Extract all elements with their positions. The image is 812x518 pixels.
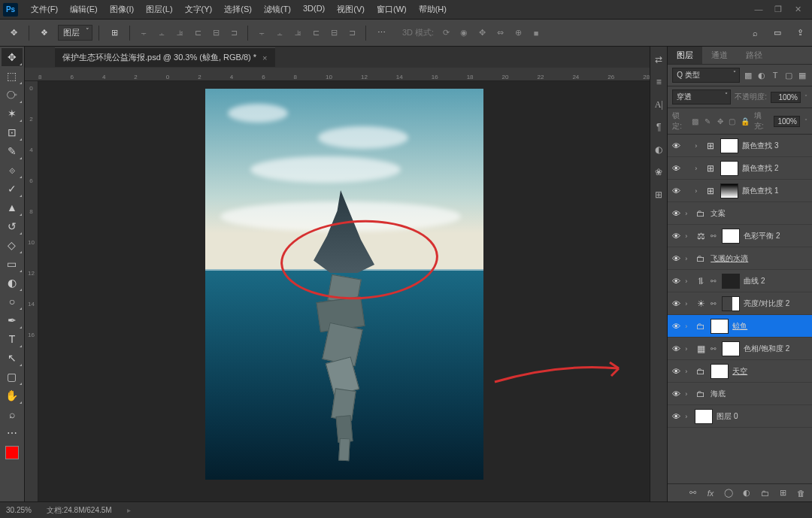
align-bottom-icon[interactable]: ⫡: [172, 26, 187, 41]
expand-icon[interactable]: ›: [685, 368, 691, 375]
menu-image[interactable]: 图像(I): [105, 2, 139, 17]
mask-thumb[interactable]: [720, 161, 738, 176]
layer-name[interactable]: 鲸鱼: [732, 321, 809, 332]
visibility-icon[interactable]: 👁: [671, 367, 681, 376]
blur-tool[interactable]: ◐: [2, 274, 23, 292]
visibility-icon[interactable]: 👁: [671, 164, 681, 173]
adjustment-icon[interactable]: ◐: [741, 488, 752, 498]
group-icon[interactable]: 🗀: [759, 488, 770, 498]
layer-name[interactable]: 海底: [710, 389, 809, 399]
align-left-icon[interactable]: ⊏: [190, 26, 205, 41]
auto-select-icon[interactable]: ❖: [35, 24, 53, 42]
document-tab[interactable]: 保护生态环境公益海报.psd @ 30.3% (鲸鱼, RGB/8) * ×: [55, 47, 275, 67]
healing-tool[interactable]: ⟐: [2, 161, 23, 179]
tab-close-icon[interactable]: ×: [262, 53, 267, 62]
doc-size[interactable]: 文档:24.8M/624.5M: [47, 505, 112, 516]
lock-pos-icon[interactable]: ✎: [704, 117, 711, 126]
visibility-icon[interactable]: 👁: [671, 254, 681, 263]
layer-row[interactable]: 👁›🗀文案: [668, 202, 812, 225]
filter-pixel-icon[interactable]: ▩: [743, 70, 753, 80]
layer-name[interactable]: 颜色查找 2: [742, 163, 809, 174]
expand-icon[interactable]: ›: [685, 413, 691, 420]
swatches-icon[interactable]: ⊞: [652, 188, 665, 201]
layer-row[interactable]: 👁›⊞颜色查找 2: [668, 157, 812, 180]
mask-thumb[interactable]: [722, 229, 740, 244]
delete-layer-icon[interactable]: 🗑: [795, 488, 806, 498]
brush-tool[interactable]: ✓: [2, 180, 23, 198]
color-swatches[interactable]: [5, 446, 19, 459]
layer-name[interactable]: 色彩平衡 2: [744, 231, 809, 241]
overflow-icon[interactable]: ⋯: [372, 24, 390, 42]
zoom-level[interactable]: 30.25%: [6, 506, 32, 514]
mask-thumb[interactable]: [722, 341, 740, 356]
layer-name[interactable]: 图层 0: [717, 411, 809, 422]
layer-row[interactable]: 👁›⊞颜色查找 1: [668, 180, 812, 202]
magic-wand-tool[interactable]: ✶: [2, 105, 23, 123]
search-icon[interactable]: ⌕: [747, 26, 762, 41]
visibility-icon[interactable]: 👁: [671, 299, 681, 308]
mask-thumb[interactable]: [710, 364, 729, 379]
layer-thumb[interactable]: [695, 409, 713, 424]
align-hcenter-icon[interactable]: ⊟: [208, 26, 223, 41]
canvas[interactable]: [205, 89, 483, 480]
link-layers-icon[interactable]: ⚯: [687, 488, 698, 498]
layer-row[interactable]: 👁›🗀鲸鱼: [668, 315, 812, 338]
eraser-tool[interactable]: ◇: [2, 236, 23, 254]
expand-icon[interactable]: ›: [685, 210, 691, 217]
menu-window[interactable]: 窗口(W): [371, 2, 412, 17]
hand-tool[interactable]: ✋: [2, 386, 23, 404]
layer-name[interactable]: 颜色查找 1: [742, 186, 809, 196]
path-tool[interactable]: ↖: [2, 349, 23, 367]
mask-thumb[interactable]: [720, 138, 738, 153]
canvas-area[interactable]: [25, 81, 650, 480]
mask-thumb[interactable]: [710, 319, 729, 334]
layer-row[interactable]: 👁›图层 0: [668, 405, 812, 428]
dodge-tool[interactable]: ○: [2, 292, 23, 310]
opacity-value[interactable]: 100%: [771, 92, 801, 103]
tab-channels[interactable]: 通道: [702, 47, 737, 64]
filter-type-icon[interactable]: T: [770, 70, 780, 80]
auto-select-target[interactable]: 图层: [58, 25, 92, 41]
dist-hcenter-icon[interactable]: ⊟: [326, 26, 341, 41]
tab-layers[interactable]: 图层: [668, 47, 702, 64]
menu-edit[interactable]: 编辑(E): [65, 2, 103, 17]
layer-name[interactable]: 颜色查找 3: [742, 141, 809, 151]
visibility-icon[interactable]: 👁: [671, 141, 681, 150]
layer-row[interactable]: 👁›🗀海底: [668, 383, 812, 405]
tab-paths[interactable]: 路径: [737, 47, 771, 64]
layers-list[interactable]: 👁›⊞颜色查找 3👁›⊞颜色查找 2👁›⊞颜色查找 1👁›🗀文案👁›⚖⚯色彩平衡…: [668, 135, 812, 483]
visibility-icon[interactable]: 👁: [671, 389, 681, 398]
dist-vcenter-icon[interactable]: ⫠: [272, 26, 287, 41]
eyedropper-tool[interactable]: ✎: [2, 142, 23, 160]
align-vcenter-icon[interactable]: ⫠: [154, 26, 169, 41]
stamp-tool[interactable]: ▲: [2, 198, 23, 217]
expand-icon[interactable]: ›: [685, 255, 691, 262]
camera-icon[interactable]: ■: [529, 26, 544, 41]
visibility-icon[interactable]: 👁: [671, 209, 681, 218]
layer-name[interactable]: 亮度/对比度 2: [744, 298, 809, 309]
styles-icon[interactable]: ❀: [652, 165, 665, 179]
dist-bottom-icon[interactable]: ⫡: [290, 26, 305, 41]
move-tool-icon[interactable]: ✥: [5, 24, 23, 42]
expand-icon[interactable]: ›: [685, 323, 691, 330]
mask-thumb[interactable]: [720, 183, 738, 198]
menu-layer[interactable]: 图层(L): [141, 2, 177, 17]
layer-name[interactable]: 文案: [710, 208, 809, 219]
layer-row[interactable]: 👁›🗀天空: [668, 360, 812, 383]
visibility-icon[interactable]: 👁: [671, 232, 681, 241]
close-button[interactable]: ✕: [792, 5, 803, 14]
menu-file[interactable]: 文件(F): [26, 2, 63, 17]
menu-3d[interactable]: 3D(D): [298, 2, 330, 17]
menu-select[interactable]: 选择(S): [219, 2, 257, 17]
slide-icon[interactable]: ⇔: [492, 26, 508, 41]
filter-smart-icon[interactable]: ▦: [797, 70, 807, 80]
visibility-icon[interactable]: 👁: [671, 277, 681, 286]
align-top-icon[interactable]: ⫟: [136, 26, 151, 41]
menu-type[interactable]: 文字(Y): [180, 2, 218, 17]
move-tool[interactable]: ✥: [2, 48, 23, 66]
fx-icon[interactable]: fx: [705, 488, 716, 498]
dist-right-icon[interactable]: ⊐: [344, 26, 359, 41]
dist-top-icon[interactable]: ⫟: [254, 26, 269, 41]
blend-mode-dropdown[interactable]: 穿透: [672, 89, 731, 105]
restore-button[interactable]: ❐: [773, 5, 783, 14]
